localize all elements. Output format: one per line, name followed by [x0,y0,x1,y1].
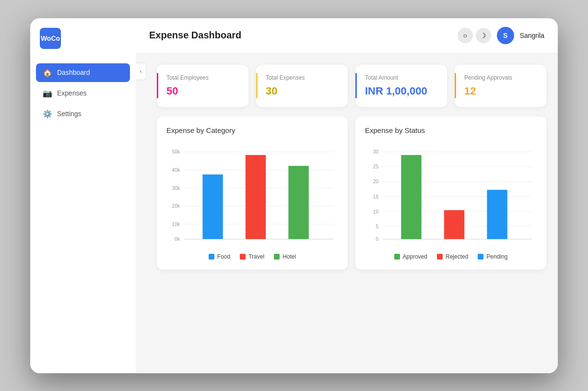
svg-text:10: 10 [373,209,379,214]
chart-status-container: 30 25 20 15 10 5 0 [365,142,537,248]
chart-category-svg: 50k 40k 30k 20k 10k 0k [166,142,338,248]
sidebar-item-expenses-label: Expenses [57,89,86,97]
legend-travel-label: Travel [248,253,264,260]
home-icon: 🏠 [43,68,52,77]
avatar: S [497,27,514,44]
stat-value-expenses: 30 [266,85,338,97]
bar-approved [401,155,421,239]
svg-text:25: 25 [373,164,379,169]
stats-grid: Total Employees 50 Total Expenses 30 Tot… [157,65,546,107]
legend-pending: Pending [478,253,507,260]
stat-label-amount: Total Amount [365,74,437,81]
legend-rejected-color [437,254,443,260]
logo: WoCo [40,28,61,49]
dark-mode-icon: ☽ [476,28,491,43]
svg-text:30k: 30k [172,185,181,190]
bar-travel [246,155,266,239]
chart-category: Expense by Category 50k 40k 30k 20k 10k … [157,117,348,270]
stat-value-employees: 50 [166,85,239,97]
stat-label-employees: Total Employees [166,74,239,81]
stat-card-pending: Pending Approvals 12 [455,65,546,107]
svg-text:0k: 0k [175,237,180,242]
svg-text:30: 30 [373,149,379,154]
svg-text:20k: 20k [172,203,181,209]
gear-icon: ⚙️ [43,109,52,118]
legend-pending-label: Pending [486,253,507,260]
page-title: Expense Dashboard [149,30,241,41]
stat-label-expenses: Total Expenses [266,74,338,81]
legend-food-label: Food [217,253,230,260]
legend-hotel-color [274,254,280,260]
bar-food [202,174,223,239]
header: Expense Dashboard ○ ☽ S Sangrila [136,18,558,53]
stat-value-pending: 12 [464,85,537,97]
header-right: ○ ☽ S Sangrila [458,27,544,44]
legend-pending-color [478,254,483,260]
svg-text:5: 5 [376,224,378,229]
svg-text:50k: 50k [172,149,181,154]
charts-row: Expense by Category 50k 40k 30k 20k 10k … [157,117,546,270]
logo-area: WoCo [30,28,136,63]
svg-text:0: 0 [376,237,378,242]
bar-rejected [444,210,464,239]
stat-card-amount: Total Amount INR 1,00,000 [355,65,447,107]
stat-card-expenses: Total Expenses 30 [256,65,348,107]
sidebar-item-settings[interactable]: ⚙️ Settings [36,105,130,123]
legend-approved-label: Approved [403,253,427,260]
svg-text:20: 20 [373,179,379,184]
camera-icon: 📷 [43,89,52,98]
legend-travel: Travel [240,253,264,260]
sidebar-item-dashboard-label: Dashboard [57,69,90,76]
chart-status-title: Expense by Status [365,126,537,134]
collapse-button[interactable]: ‹ [136,63,146,80]
legend-approved: Approved [394,253,427,260]
legend-food-color [209,254,214,260]
chart-status: Expense by Status 30 25 20 15 10 5 0 [355,117,546,270]
user-name: Sangrila [520,32,544,39]
stat-value-amount: INR 1,00,000 [365,85,437,97]
main-content: Expense Dashboard ○ ☽ S Sangrila ‹ Total… [136,18,558,373]
light-mode-icon: ○ [458,28,473,43]
legend-approved-color [394,254,400,260]
svg-text:15: 15 [373,194,379,199]
theme-toggle[interactable]: ○ ☽ [458,28,491,43]
nav-menu: 🏠 Dashboard 📷 Expenses ⚙️ Settings [30,63,136,123]
content-area: ‹ Total Employees 50 Total Expenses 30 T… [136,53,558,373]
chart-status-svg: 30 25 20 15 10 5 0 [365,142,537,248]
sidebar: WoCo 🏠 Dashboard 📷 Expenses ⚙️ Settings [30,18,136,373]
svg-text:40k: 40k [172,167,181,172]
bar-hotel [288,166,308,239]
svg-text:10k: 10k [172,222,181,227]
legend-rejected: Rejected [437,253,468,260]
legend-travel-color [240,254,246,260]
bar-pending [487,190,507,239]
sidebar-item-expenses[interactable]: 📷 Expenses [36,84,130,103]
chart-category-title: Expense by Category [166,126,338,134]
sidebar-item-settings-label: Settings [57,110,82,118]
legend-rejected-label: Rejected [446,253,468,260]
legend-hotel-label: Hotel [282,253,296,260]
legend-hotel: Hotel [274,253,296,260]
sidebar-item-dashboard[interactable]: 🏠 Dashboard [36,63,130,82]
chart-category-container: 50k 40k 30k 20k 10k 0k [166,142,338,248]
legend-food: Food [209,253,230,260]
stat-label-pending: Pending Approvals [464,74,537,81]
chart-category-legend: Food Travel Hotel [166,253,338,260]
chart-status-legend: Approved Rejected Pending [365,253,537,260]
stat-card-employees: Total Employees 50 [157,65,248,107]
